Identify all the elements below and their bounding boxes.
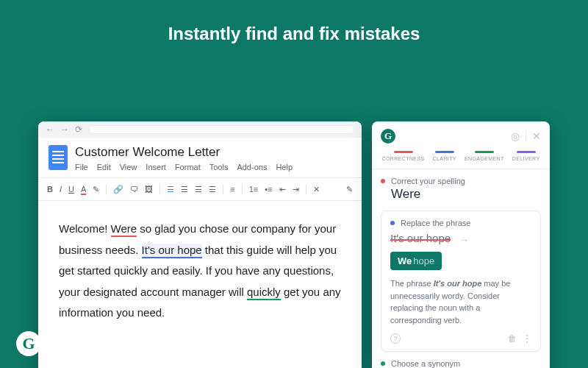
help-icon[interactable]: ? [390,333,401,344]
engagement-dot-icon [381,361,385,366]
numbered-list-icon[interactable]: 1≡ [249,185,259,194]
reload-icon[interactable]: ⟳ [75,124,82,135]
menu-insert[interactable]: Insert [146,163,166,171]
align-right-icon[interactable]: ☰ [195,185,202,194]
bulleted-list-icon[interactable]: •≡ [265,185,272,194]
browser-tabbar: ← → ⟳ [38,121,362,138]
image-icon[interactable]: 🖼 [145,185,153,194]
clear-formatting-icon[interactable]: ✕ [313,185,320,194]
grammarly-logo-icon: G [381,129,395,144]
line-spacing-icon[interactable]: ≡ [230,185,234,194]
formatting-toolbar: B I U A ✎ 🔗 🗨 🖼 ☰ ☰ ☰ ☰ ≡ 1≡ •≡ ⇤ ⇥ ✕ ✎ [38,177,362,201]
clarity-suggestion[interactable]: It's our hope [142,244,202,258]
link-icon[interactable]: 🔗 [113,185,123,194]
grammarly-brand-icon: G [16,331,41,356]
menu-view[interactable]: View [120,163,137,171]
menu-edit[interactable]: Edit [97,163,111,171]
tab-clarity[interactable]: CLARITY [433,151,456,161]
document-title[interactable]: Customer Welcome Letter [75,145,351,160]
goals-icon[interactable]: ◎ [511,130,520,142]
text-color-icon[interactable]: A [81,185,86,194]
google-doc-window: ← → ⟳ Customer Welcome Letter File Edit … [38,121,362,368]
menu-tools[interactable]: Tools [209,163,229,171]
google-docs-icon [49,145,68,170]
menu-addons[interactable]: Add-ons [237,163,267,171]
align-left-icon[interactable]: ☰ [167,185,174,194]
align-center-icon[interactable]: ☰ [181,185,188,194]
forward-icon[interactable]: → [60,124,69,135]
bold-icon[interactable]: B [47,185,53,194]
card-label: Replace the phrase [401,219,470,227]
correctness-dot-icon [381,179,385,183]
editing-mode-icon[interactable]: ✎ [346,185,353,194]
document-body[interactable]: Welcome! Were so glad you chose our comp… [38,201,362,353]
underline-icon[interactable]: U [68,185,74,194]
tab-engagement[interactable]: ENGAGEMENT [465,151,504,161]
menu-file[interactable]: File [75,163,88,171]
suggestion-card-spelling[interactable]: Correct your spelling Were [381,177,541,203]
suggestion-card-clarity[interactable]: Replace the phrase It's our hope → Wehop… [381,210,541,352]
italic-icon[interactable]: I [60,185,62,194]
category-tabs: CORRECTNESS CLARITY ENGAGEMENT DELIVERY [372,148,550,169]
card-label: Choose a synonym [391,359,460,368]
suggestion-card-synonym[interactable]: Choose a synonym [381,359,541,368]
strikethrough-text: It's our hope [390,232,451,244]
marketing-headline: Instantly find and fix mistakes [0,0,588,44]
tab-delivery[interactable]: DELIVERY [512,151,540,161]
more-icon[interactable]: ⋮ [523,333,531,344]
body-text: Welcome! [59,222,111,235]
explanation-text: The phrase It's our hope may be unnecess… [390,277,531,326]
clarity-dot-icon [390,221,395,225]
engagement-suggestion[interactable]: quickly [247,286,281,300]
comment-icon[interactable]: 🗨 [130,185,138,194]
correction-word: Were [391,187,541,202]
menu-format[interactable]: Format [175,163,201,171]
replacement-chip[interactable]: Wehope [390,252,442,270]
card-label: Correct your spelling [391,177,465,185]
back-icon[interactable]: ← [46,124,54,135]
arrow-right-icon: → [459,234,469,246]
grammarly-panel: G ◎ ✕ CORRECTNESS CLARITY ENGAGEMENT DEL… [372,121,550,368]
menu-help[interactable]: Help [276,163,293,171]
url-bar[interactable] [88,125,354,134]
indent-decrease-icon[interactable]: ⇤ [279,185,286,194]
highlight-icon[interactable]: ✎ [93,185,99,194]
menu-bar: File Edit View Insert Format Tools Add-o… [75,163,351,171]
align-justify-icon[interactable]: ☰ [209,185,216,194]
spelling-error[interactable]: Were [111,222,137,237]
close-icon[interactable]: ✕ [532,130,541,142]
tab-correctness[interactable]: CORRECTNESS [382,151,425,161]
indent-increase-icon[interactable]: ⇥ [293,185,299,194]
trash-icon[interactable]: 🗑 [508,333,517,344]
